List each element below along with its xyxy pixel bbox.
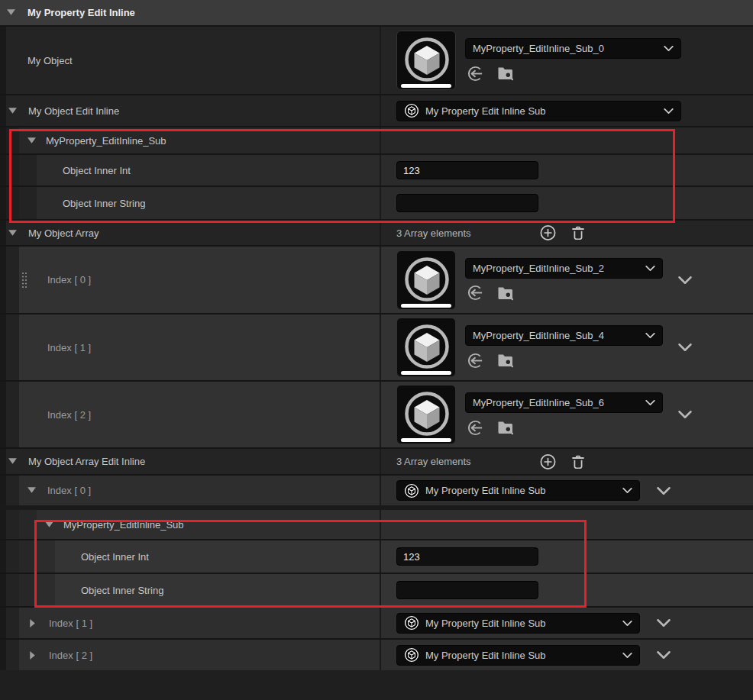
caret-down-icon[interactable]: [8, 230, 18, 237]
delete-elements-icon[interactable]: [570, 224, 587, 242]
asset-thumbnail[interactable]: [396, 31, 456, 90]
index-label: Index [ 1 ]: [47, 342, 91, 353]
asset-combobox[interactable]: MyProperty_EditInline_Sub_2: [465, 258, 663, 279]
class-combobox[interactable]: My Property Edit Inline Sub: [396, 101, 681, 121]
cube-thumbnail-icon: [397, 318, 457, 378]
indent-gutter: [0, 95, 6, 126]
indent-gutter: [37, 540, 55, 573]
asset-combobox[interactable]: MyProperty_EditInline_Sub_0: [465, 38, 681, 59]
index-label: Index [ 0 ]: [47, 274, 91, 285]
indent-gutter: [0, 247, 6, 313]
chevron-down-icon: [664, 108, 674, 114]
browse-to-asset-icon[interactable]: [496, 284, 515, 302]
class-combobox[interactable]: My Property Edit Inline Sub: [396, 645, 640, 666]
object-inner-string-field[interactable]: [396, 581, 538, 599]
indent-gutter: [37, 574, 55, 606]
drag-handle-icon[interactable]: [21, 272, 27, 289]
property-label: Object Inner Int: [63, 165, 131, 176]
caret-down-icon[interactable]: [8, 108, 18, 115]
class-combobox[interactable]: My Property Edit Inline Sub: [396, 613, 640, 634]
row-array-index-2: Index [ 2 ] MyProperty_EditInline_Sub_6: [0, 382, 753, 447]
asset-combobox[interactable]: MyProperty_EditInline_Sub_6: [465, 392, 663, 413]
object-cube-icon: [404, 647, 419, 663]
expander-chevron-icon[interactable]: [657, 487, 671, 495]
asset-name: MyProperty_EditInline_Sub_2: [473, 263, 641, 274]
expander-chevron-icon[interactable]: [678, 344, 692, 351]
caret-down-icon[interactable]: [44, 521, 54, 528]
asset-name: MyProperty_EditInline_Sub_6: [473, 397, 641, 408]
asset-thumbnail[interactable]: [396, 250, 456, 310]
indent-gutter: [0, 449, 6, 474]
indent-gutter: [6, 382, 19, 447]
object-inner-int-field[interactable]: [396, 161, 538, 179]
object-cube-icon: [404, 483, 419, 498]
selected-class: My Property Edit Inline Sub: [425, 485, 618, 496]
row-object-inner-int: Object Inner Int: [0, 155, 753, 185]
indent-gutter: [19, 540, 37, 573]
row-editinline-sub-header-2: MyProperty_EditInline_Sub: [0, 510, 753, 539]
row-editinline-index-0: Index [ 0 ] My Property Edit Inline Sub: [0, 476, 753, 505]
add-element-icon[interactable]: [539, 224, 557, 242]
indent-gutter: [0, 608, 6, 638]
object-inner-int-field[interactable]: [396, 547, 538, 566]
browse-to-asset-icon[interactable]: [496, 351, 515, 369]
row-my-object-edit-inline: My Object Edit Inline My Property Edit I…: [0, 95, 753, 126]
asset-combobox[interactable]: MyProperty_EditInline_Sub_4: [465, 325, 663, 346]
browse-to-asset-icon[interactable]: [496, 64, 515, 82]
asset-color-bar: [401, 438, 451, 442]
chevron-down-icon: [664, 46, 674, 51]
property-label: Object Inner Int: [81, 551, 149, 563]
add-element-icon[interactable]: [539, 453, 557, 470]
indent-gutter: [6, 476, 19, 505]
row-object-inner-int-2: Object Inner Int: [0, 540, 753, 573]
asset-thumbnail[interactable]: [396, 385, 456, 444]
browse-to-asset-icon[interactable]: [496, 418, 515, 437]
use-selected-asset-icon[interactable]: [467, 65, 484, 82]
caret-right-icon[interactable]: [29, 650, 36, 660]
index-label: Index [ 2 ]: [47, 409, 91, 421]
caret-down-icon[interactable]: [27, 487, 37, 494]
delete-elements-icon[interactable]: [570, 453, 587, 470]
indent-gutter: [6, 127, 19, 153]
indent-gutter: [19, 187, 37, 219]
category-title: My Property Edit Inline: [27, 7, 135, 18]
chevron-down-icon: [622, 621, 632, 626]
expander-chevron-icon[interactable]: [678, 276, 692, 284]
subobject-header-label: MyProperty_EditInline_Sub: [63, 519, 184, 531]
use-selected-asset-icon[interactable]: [467, 352, 484, 369]
caret-down-icon[interactable]: [27, 137, 37, 144]
asset-thumbnail[interactable]: [396, 318, 456, 377]
object-inner-string-field[interactable]: [396, 194, 538, 212]
index-label: Index [ 0 ]: [47, 485, 91, 496]
object-cube-icon: [404, 103, 419, 118]
row-my-object-array-header: My Object Array 3 Array elements: [0, 221, 753, 245]
property-label: Object Inner String: [63, 198, 145, 209]
row-editinline-index-1: Index [ 1 ] My Property Edit Inline Sub: [0, 608, 753, 638]
use-selected-asset-icon[interactable]: [467, 284, 484, 302]
row-my-object-array-edit-inline-header: My Object Array Edit Inline 3 Array elem…: [0, 449, 753, 474]
class-combobox[interactable]: My Property Edit Inline Sub: [396, 480, 640, 501]
row-array-index-0: Index [ 0 ] MyProperty_EditInline_Sub_2: [0, 247, 753, 313]
subobject-header-label: MyProperty_EditInline_Sub: [46, 135, 166, 147]
use-selected-asset-icon[interactable]: [467, 419, 484, 437]
chevron-down-icon: [645, 266, 655, 271]
caret-down-icon[interactable]: [6, 9, 16, 16]
asset-color-bar: [401, 371, 451, 375]
indent-gutter: [6, 540, 19, 573]
details-panel: My Property Edit Inline My Object MyProp…: [0, 0, 753, 700]
index-label: Index [ 2 ]: [49, 650, 92, 661]
array-elements-count: 3 Array elements: [396, 456, 471, 467]
property-label: My Object Array: [28, 227, 99, 239]
indent-gutter: [0, 127, 6, 153]
expander-chevron-icon[interactable]: [678, 411, 692, 418]
indent-gutter: [0, 315, 6, 380]
caret-down-icon[interactable]: [8, 458, 18, 465]
indent-gutter: [0, 640, 6, 670]
indent-gutter: [0, 27, 6, 94]
caret-right-icon[interactable]: [29, 618, 36, 628]
expander-chevron-icon[interactable]: [657, 619, 671, 627]
array-elements-count: 3 Array elements: [396, 227, 471, 239]
row-array-index-1: Index [ 1 ] MyProperty_EditInline_Sub_4: [0, 315, 753, 380]
expander-chevron-icon[interactable]: [657, 651, 671, 659]
property-label: My Object Edit Inline: [28, 105, 119, 117]
